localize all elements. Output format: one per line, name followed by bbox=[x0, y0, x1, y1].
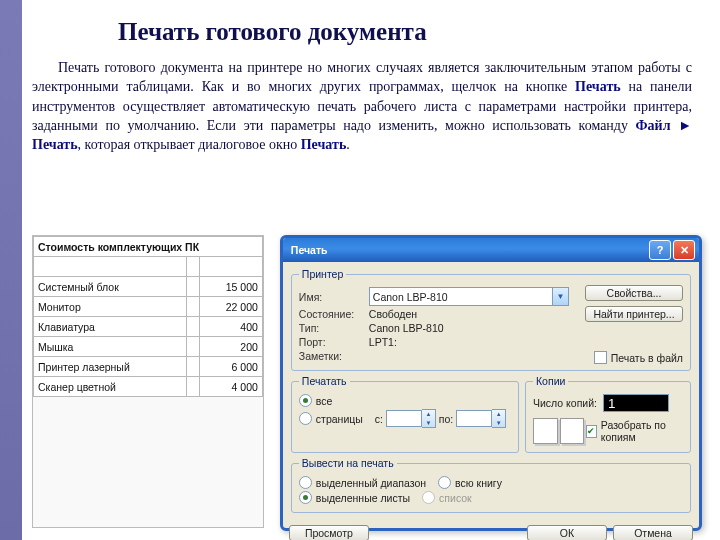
page-to-spin[interactable]: ▲▼ bbox=[456, 409, 506, 428]
cancel-button[interactable]: Отмена bbox=[613, 525, 693, 540]
collate-checkbox[interactable]: ✔Разобрать по копиям bbox=[586, 419, 683, 443]
printer-select[interactable]: Canon LBP-810▼ bbox=[369, 287, 569, 306]
copies-input[interactable] bbox=[603, 394, 669, 412]
spreadsheet-sample: Стоимость комплектующих ПК Системный бло… bbox=[32, 235, 264, 528]
table-row: Мышка200 bbox=[34, 337, 263, 357]
ok-button[interactable]: ОК bbox=[527, 525, 607, 540]
print-to-file-checkbox[interactable]: Печать в файл bbox=[594, 351, 683, 364]
page-from-spin[interactable]: ▲▼ bbox=[386, 409, 436, 428]
page-title: Печать готового документа bbox=[118, 18, 696, 46]
collate-icon bbox=[533, 418, 558, 444]
collate-icon bbox=[560, 418, 585, 444]
table-row: Принтер лазерный6 000 bbox=[34, 357, 263, 377]
table-row: Клавиатура400 bbox=[34, 317, 263, 337]
table-row: Системный блок15 000 bbox=[34, 277, 263, 297]
sheet-header: Стоимость комплектующих ПК bbox=[34, 237, 263, 257]
chevron-down-icon: ▼ bbox=[552, 288, 568, 305]
print-dialog: Печать ? ✕ Принтер Имя: Canon LBP-810▼ С… bbox=[280, 235, 702, 531]
find-printer-button[interactable]: Найти принтер... bbox=[585, 306, 683, 322]
range-all-radio[interactable]: все bbox=[299, 394, 333, 407]
out-whole-book-radio[interactable]: всю книгу bbox=[438, 476, 502, 489]
properties-button[interactable]: Свойства... bbox=[585, 285, 683, 301]
out-list-radio: список bbox=[422, 491, 472, 504]
dialog-title: Печать bbox=[287, 244, 647, 256]
close-button[interactable]: ✕ bbox=[673, 240, 695, 260]
out-sel-range-radio[interactable]: выделенный диапазон bbox=[299, 476, 426, 489]
help-button[interactable]: ? bbox=[649, 240, 671, 260]
range-pages-radio[interactable]: страницы bbox=[299, 412, 363, 425]
table-row: Монитор22 000 bbox=[34, 297, 263, 317]
print-range-group: Печатать все страницы с: ▲▼ по: ▲▼ bbox=[291, 375, 519, 453]
titlebar[interactable]: Печать ? ✕ bbox=[283, 238, 699, 262]
table-row: Сканер цветной4 000 bbox=[34, 377, 263, 397]
preview-button[interactable]: Просмотр bbox=[289, 525, 369, 540]
copies-group: Копии Число копий: ✔Разобрать по копиям bbox=[525, 375, 691, 453]
body-paragraph: Печать готового документа на принтере но… bbox=[32, 58, 692, 155]
decorative-sidebar bbox=[0, 0, 22, 540]
out-sel-sheets-radio[interactable]: выделенные листы bbox=[299, 491, 410, 504]
output-group: Вывести на печать выделенный диапазон вс… bbox=[291, 457, 691, 513]
printer-group: Принтер Имя: Canon LBP-810▼ Состояние:Св… bbox=[291, 268, 691, 371]
